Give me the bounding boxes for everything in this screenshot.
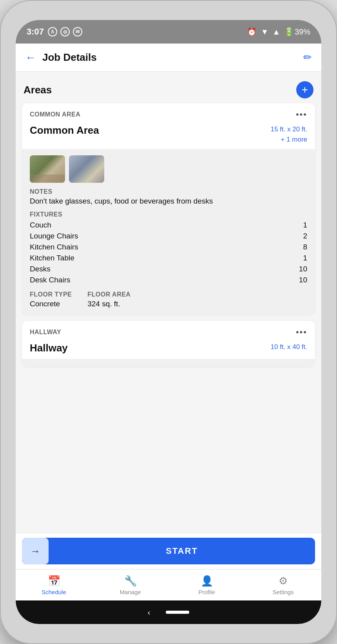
status-right: ⏰ ▼ ▲ 🔋 39% [247, 27, 310, 36]
fixture-name-couch: Couch [30, 221, 51, 229]
common-area-name: Common Area [30, 124, 99, 136]
floor-area-item: FLOOR AREA 324 sq. ft. [87, 291, 130, 308]
hallway-dimensions: 10 ft. x 40 ft. [270, 342, 307, 352]
nav-item-schedule[interactable]: 📅 Schedule [16, 569, 92, 600]
bottom-nav: 📅 Schedule 🔧 Manage 👤 Profile ⚙ Settings [16, 569, 321, 600]
fixture-count-couch: 1 [303, 221, 307, 229]
phone-back-button[interactable]: ‹ [148, 608, 150, 617]
start-label: START [49, 546, 315, 556]
hallway-type-label: HALLWAY [30, 329, 61, 336]
hallway-partial-bottom [22, 359, 315, 367]
common-area-title-row: Common Area 15 ft. x 20 ft. + 1 more [22, 123, 315, 149]
floor-area-value: 324 sq. ft. [87, 300, 130, 308]
header: ← Job Details ✏ [16, 44, 321, 72]
hallway-dimensions-text: 10 ft. x 40 ft. [270, 342, 307, 352]
circle-dash-icon: ◎ [60, 27, 70, 36]
floor-type-value: Concrete [30, 300, 72, 308]
hallway-header: HALLWAY ••• [22, 321, 315, 340]
floor-type-label: FLOOR TYPE [30, 291, 72, 298]
floor-area-label: FLOOR AREA [87, 291, 130, 298]
status-bar: 3:07 A ◎ ✉ ⏰ ▼ ▲ 🔋 39% [16, 20, 321, 44]
scroll-body: Areas + COMMON AREA ••• Common Area 15 f… [16, 72, 321, 533]
common-area-card: COMMON AREA ••• Common Area 15 ft. x 20 … [22, 103, 315, 315]
photo-1-image [30, 155, 65, 183]
photos-row [30, 155, 307, 183]
start-button[interactable]: → START [22, 538, 315, 564]
common-area-dimensions: 15 ft. x 20 ft. + 1 more [270, 124, 307, 144]
nav-item-settings[interactable]: ⚙ Settings [245, 569, 321, 600]
nav-item-manage[interactable]: 🔧 Manage [92, 569, 168, 600]
alarm-icon: ⏰ [247, 27, 257, 36]
settings-icon: ⚙ [279, 575, 288, 587]
fixture-count-lounge-chairs: 2 [303, 232, 307, 240]
fixture-name-kitchen-table: Kitchen Table [30, 254, 74, 262]
floor-info-row: FLOOR TYPE Concrete FLOOR AREA 324 sq. f… [30, 291, 307, 308]
arrow-right-icon: → [30, 545, 40, 557]
common-area-more-button[interactable]: ••• [296, 109, 307, 120]
manage-icon: 🔧 [124, 575, 137, 587]
common-area-more-link[interactable]: + 1 more [270, 135, 307, 145]
fixture-row-couch: Couch 1 [30, 220, 307, 231]
fixture-count-kitchen-table: 1 [303, 254, 307, 262]
schedule-icon: 📅 [48, 575, 60, 587]
wifi-icon: ▼ [261, 27, 268, 36]
areas-title: Areas [24, 84, 52, 96]
app-content: ← Job Details ✏ Areas + COMMON AREA ••• [16, 44, 321, 600]
fixture-name-lounge-chairs: Lounge Chairs [30, 232, 78, 240]
common-area-header: COMMON AREA ••• [22, 103, 315, 123]
mail-icon: ✉ [73, 27, 82, 36]
fixture-count-kitchen-chairs: 8 [303, 243, 307, 251]
areas-section-header: Areas + [22, 78, 315, 103]
photo-1[interactable] [30, 155, 65, 183]
fixtures-label: FIXTURES [30, 211, 307, 218]
fixture-name-desks: Desks [30, 265, 51, 273]
phone-inner: 3:07 A ◎ ✉ ⏰ ▼ ▲ 🔋 39% ← Job De [16, 20, 321, 624]
nav-item-profile[interactable]: 👤 Profile [168, 569, 245, 600]
photo-2-image [69, 155, 104, 183]
floor-type-item: FLOOR TYPE Concrete [30, 291, 72, 308]
page-title: Job Details [42, 51, 303, 64]
status-time: 3:07 [27, 27, 44, 37]
fixture-name-desk-chairs: Desk Chairs [30, 276, 70, 284]
fixture-row-lounge-chairs: Lounge Chairs 2 [30, 231, 307, 242]
hallway-more-button[interactable]: ••• [296, 327, 307, 337]
fixture-row-kitchen-chairs: Kitchen Chairs 8 [30, 242, 307, 253]
notes-label: NOTES [30, 188, 307, 195]
fixture-count-desk-chairs: 10 [299, 276, 307, 284]
back-button[interactable]: ← [25, 51, 36, 64]
phone-outer: 3:07 A ◎ ✉ ⏰ ▼ ▲ 🔋 39% ← Job De [0, 0, 337, 644]
edit-button[interactable]: ✏ [303, 51, 312, 64]
profile-label: Profile [198, 589, 215, 595]
arrow-up-icon: A [48, 27, 57, 36]
hallway-card: HALLWAY ••• Hallway 10 ft. x 40 ft. [22, 321, 315, 367]
photo-2[interactable] [69, 155, 104, 183]
phone-home-button[interactable] [166, 611, 189, 614]
fixtures-table: Couch 1 Lounge Chairs 2 Kitchen Chairs 8 [30, 220, 307, 286]
profile-icon: 👤 [201, 575, 213, 587]
start-arrow-box: → [22, 538, 49, 564]
settings-label: Settings [272, 589, 294, 595]
signal-icon: ▲ [272, 27, 280, 36]
hallway-name: Hallway [30, 342, 68, 354]
fixture-row-kitchen-table: Kitchen Table 1 [30, 253, 307, 264]
fixture-row-desks: Desks 10 [30, 264, 307, 275]
schedule-label: Schedule [42, 589, 66, 595]
common-area-type-label: COMMON AREA [30, 111, 80, 118]
add-area-button[interactable]: + [296, 81, 313, 98]
phone-bottom-bar: ‹ [16, 600, 321, 624]
status-icons-left: A ◎ ✉ [48, 27, 82, 36]
start-bar: → START [16, 533, 321, 569]
common-area-details: NOTES Don't take glasses, cups, food or … [22, 149, 315, 315]
status-left: 3:07 A ◎ ✉ [27, 27, 82, 37]
hallway-title-row: Hallway 10 ft. x 40 ft. [22, 340, 315, 359]
battery-icon: 🔋 39% [284, 27, 310, 36]
notes-text: Don't take glasses, cups, food or bevera… [30, 197, 307, 206]
common-area-dimensions-text: 15 ft. x 20 ft. [270, 124, 307, 135]
fixture-count-desks: 10 [299, 265, 307, 273]
manage-label: Manage [120, 589, 141, 595]
fixture-name-kitchen-chairs: Kitchen Chairs [30, 243, 78, 251]
fixture-row-desk-chairs: Desk Chairs 10 [30, 275, 307, 286]
